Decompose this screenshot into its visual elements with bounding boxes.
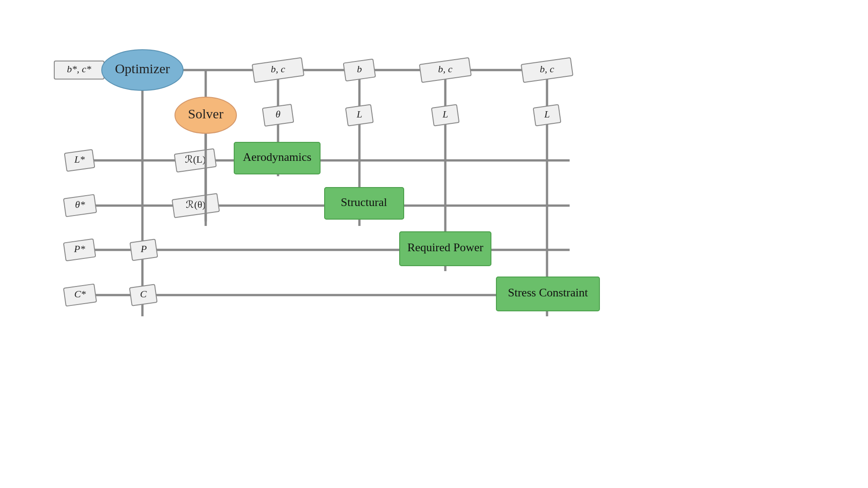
label-L-star: L* bbox=[74, 154, 85, 165]
label-R-L: ℛ(L) bbox=[185, 154, 206, 165]
aerodynamics-label: Aerodynamics bbox=[243, 150, 311, 164]
label-L-col5: L bbox=[544, 108, 550, 120]
label-P-star: P* bbox=[74, 243, 85, 254]
solver-label: Solver bbox=[188, 106, 223, 121]
label-R-theta: ℛ(θ) bbox=[186, 199, 205, 210]
label-L-col4: L bbox=[442, 108, 448, 120]
label-theta-star: θ* bbox=[75, 199, 85, 210]
label-b-c-1: b, c bbox=[271, 63, 285, 75]
label-P: P bbox=[140, 243, 146, 254]
label-b-c-2: b, c bbox=[438, 63, 453, 75]
label-b-1: b bbox=[357, 63, 362, 75]
diagram-container: b*, c* b, c b b, c b, c θ L bbox=[0, 0, 868, 488]
label-b-star-c-star: b*, c* bbox=[67, 63, 91, 75]
label-C: C bbox=[140, 288, 147, 300]
label-L-col3: L bbox=[356, 108, 362, 120]
optimizer-label: Optimizer bbox=[115, 61, 170, 76]
required-power-label: Required Power bbox=[407, 241, 484, 254]
label-C-star: C* bbox=[74, 288, 86, 300]
label-theta-1: θ bbox=[276, 108, 281, 120]
stress-constraint-label: Stress Constraint bbox=[508, 286, 589, 299]
structural-label: Structural bbox=[341, 196, 387, 209]
xdsm-diagram: b*, c* b, c b b, c b, c θ L bbox=[0, 0, 868, 488]
label-b-c-3: b, c bbox=[540, 63, 554, 75]
